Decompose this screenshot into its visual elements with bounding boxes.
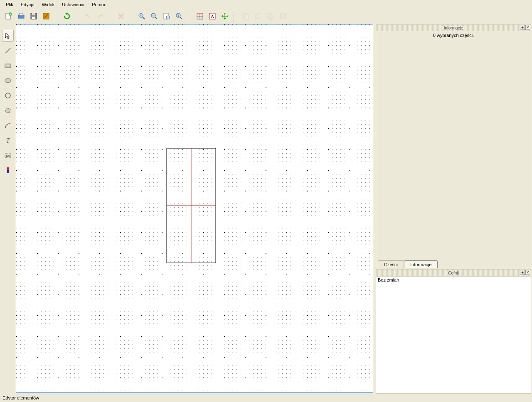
line-tool[interactable] [2,45,14,56]
undo-panel-body: Bez zmian [376,276,531,393]
drawing-canvas[interactable] [16,24,373,393]
zoom-orig-button[interactable]: 1 [174,11,185,22]
zoom-fit-button[interactable] [161,11,172,22]
toolbar-separator [109,11,112,22]
canvas-container [16,23,374,394]
svg-rect-40 [7,170,9,173]
status-text: Edytor elementów [2,395,39,400]
ellipse-tool[interactable] [2,75,14,86]
ellipse-tool-icon [4,77,12,84]
paste-button[interactable] [265,11,276,22]
text-tool-icon: T [4,137,12,144]
svg-rect-30 [269,15,273,20]
select-tool[interactable] [2,30,14,42]
svg-text:+: + [10,12,12,16]
toolbar-separator [55,11,58,22]
info-panel-tabs: Części Informacje [376,260,531,268]
text-frame-icon: A [208,12,217,20]
textfield-tool[interactable]: ab [2,150,14,161]
delete-button[interactable] [116,11,126,22]
rect-tool-icon [4,62,12,69]
info-message: 0 wybranych części. [379,33,528,38]
rect-tool[interactable] [2,60,14,71]
zoom-in-button[interactable]: + [136,11,147,22]
polygon-tool-icon [4,107,12,114]
svg-point-16 [166,16,170,19]
panel-float-button[interactable]: ◈ [520,25,525,30]
info-panel-title: Informacje ◈ ✕ [376,25,531,31]
grid-button[interactable] [195,11,205,22]
redo-icon [96,12,104,20]
undo-panel: Cofnij ◈ ✕ Bez zmian [376,269,531,394]
main-area: T ab [0,23,532,394]
zoom-orig-icon: 1 [175,12,183,20]
tab-parts[interactable]: Części [378,260,404,268]
move-button[interactable] [219,11,230,22]
svg-line-13 [155,17,157,19]
reload-button[interactable] [62,11,72,22]
arc-tool-icon [4,122,12,129]
polygon-tool[interactable] [2,105,14,116]
svg-rect-33 [5,64,11,68]
undo-panel-title: Cofnij ◈ ✕ [376,270,531,276]
move-icon [221,12,229,20]
panel-close-button[interactable]: ✕ [525,25,530,30]
canvas-artwork [16,25,373,392]
toolbar-separator [130,11,133,22]
svg-text:+: + [140,13,142,17]
circle-tool[interactable] [2,90,14,101]
svg-point-35 [5,93,10,98]
zoom-in-icon: + [138,12,146,20]
front-button[interactable] [278,11,288,22]
menu-view[interactable]: Widok [39,1,58,8]
svg-rect-31 [281,14,286,19]
terminal-tool[interactable] [2,164,14,176]
svg-rect-28 [257,13,261,18]
menubar: Plik Edycja Widok Ustawienia Pomoc [0,0,532,9]
textfield-tool-icon: ab [4,152,12,159]
save-as-icon [42,12,50,20]
svg-line-10 [143,17,145,19]
toolbar-separator [188,11,191,22]
menu-help[interactable]: Pomoc [89,1,109,8]
grid-icon [196,12,204,20]
save-icon [30,12,38,20]
svg-text:ab: ab [6,154,10,158]
svg-rect-7 [32,17,35,19]
saveas-button[interactable] [41,11,52,22]
text-frame-button[interactable]: A [207,11,218,22]
statusbar: Edytor elementów [0,394,532,402]
svg-text:T: T [6,137,10,144]
new-button[interactable]: + [3,11,14,22]
zoom-out-icon: − [150,12,158,20]
arc-tool[interactable] [2,120,14,131]
undo-button[interactable] [82,11,93,22]
svg-rect-6 [32,13,35,15]
text-tool[interactable]: T [2,135,14,146]
panel-close-button[interactable]: ✕ [525,270,530,275]
cut-button[interactable] [253,11,264,22]
svg-text:1: 1 [177,14,179,17]
print-button[interactable] [16,11,27,22]
zoom-out-button[interactable]: − [149,11,160,22]
menu-file[interactable]: Plik [2,1,17,8]
tab-info[interactable]: Informacje [404,260,438,268]
svg-rect-4 [20,13,23,15]
toolbar-separator [76,11,79,22]
svg-text:A: A [211,14,214,19]
new-file-icon: + [5,12,13,20]
panel-float-button[interactable]: ◈ [520,270,525,275]
svg-line-32 [5,48,10,53]
redo-button[interactable] [95,11,106,22]
select-tool-icon [4,32,12,39]
save-button[interactable] [28,11,39,22]
menu-edit[interactable]: Edycja [17,1,38,8]
svg-text:−: − [152,13,155,17]
zoom-fit-icon [163,12,171,20]
svg-rect-26 [244,15,248,20]
copy-button[interactable] [240,11,251,22]
print-icon [17,12,25,20]
copy-icon [241,12,250,20]
menu-settings[interactable]: Ustawienia [59,1,88,8]
delete-icon [117,12,125,20]
